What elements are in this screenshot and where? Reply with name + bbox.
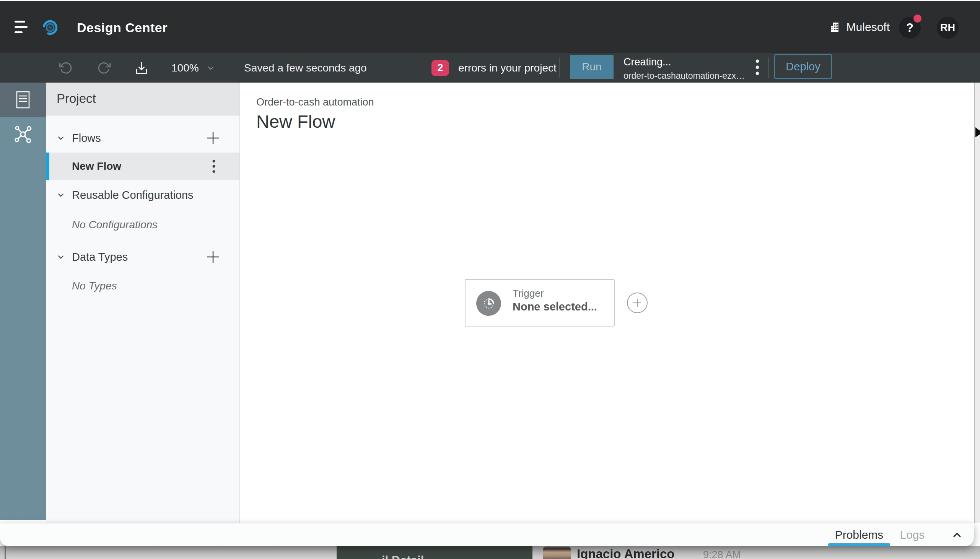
flow-title: New Flow (256, 111, 335, 132)
flow-item-new-flow[interactable]: New Flow (46, 152, 240, 180)
design-center-logo-icon[interactable] (41, 19, 59, 36)
toolbar-divider (559, 57, 560, 78)
redo-button[interactable] (96, 60, 112, 76)
tool-rail (0, 83, 46, 520)
section-data-types[interactable]: Data Types (46, 243, 240, 271)
trigger-value: None selected... (513, 301, 597, 313)
mouse-cursor (975, 127, 980, 137)
background-chat-avatar (543, 546, 571, 559)
add-flow-button[interactable] (205, 130, 221, 146)
selected-indicator (46, 152, 49, 180)
flow-item-menu-button[interactable] (208, 157, 220, 175)
error-count-badge: 2 (432, 60, 449, 76)
project-panel-title: Project (46, 83, 240, 116)
expand-panel-button[interactable] (948, 526, 966, 543)
more-options-button[interactable] (750, 56, 764, 78)
design-center-app: il Detail Ignacio Americo 9:28 AM Design… (0, 0, 980, 559)
chevron-down-icon[interactable] (56, 133, 66, 143)
clock-trigger-icon (476, 291, 501, 316)
section-flows[interactable]: Flows (46, 124, 240, 152)
page-title: Design Center (77, 20, 167, 35)
chevron-down-icon[interactable] (56, 190, 66, 200)
section-label: Flows (72, 132, 101, 144)
rail-item-flow-designer[interactable] (0, 117, 46, 151)
tab-problems[interactable]: Problems (828, 523, 890, 546)
trigger-label: Trigger (513, 288, 543, 299)
background-dark-window: il Detail (337, 546, 533, 559)
rail-item-specification[interactable] (0, 83, 46, 117)
zoom-level: 100% (171, 62, 199, 74)
background-chat-name: Ignacio Americo (577, 547, 675, 559)
flow-toolbar: 100% Saved a few seconds ago 2 errors in… (0, 53, 980, 83)
deploy-status: Creating... order-to-cashautomation-ezxg… (624, 56, 750, 81)
hamburger-menu-button[interactable] (14, 19, 32, 36)
undo-button[interactable] (58, 60, 73, 76)
background-desktop: il Detail Ignacio Americo 9:28 AM (0, 546, 980, 559)
deploy-button[interactable]: Deploy (774, 54, 832, 79)
org-name: Mulesoft (846, 21, 890, 34)
zoom-control[interactable]: 100% (171, 53, 216, 83)
chevron-down-icon (206, 63, 216, 73)
building-icon (829, 21, 841, 33)
background-window-label: il Detail (382, 554, 424, 559)
chevron-down-icon[interactable] (56, 252, 66, 262)
window-top-edge (0, 0, 980, 1)
run-button[interactable]: Run (570, 55, 614, 79)
toolbar-divider (768, 57, 769, 78)
error-label: errors in your project (458, 62, 556, 74)
app-header: Design Center Mulesoft ? RH (0, 1, 980, 53)
export-download-button[interactable] (134, 60, 149, 76)
error-indicator[interactable]: 2 errors in your project (432, 53, 556, 83)
user-avatar[interactable]: RH (937, 17, 958, 39)
breadcrumb[interactable]: Order-to-cash automation (256, 96, 374, 108)
flow-item-label: New Flow (72, 160, 121, 172)
flow-network-icon (13, 124, 33, 144)
add-data-type-button[interactable] (205, 249, 221, 265)
notification-dot (914, 15, 922, 23)
deploy-status-subtitle: order-to-cashautomation-ezxg... (624, 71, 746, 81)
save-status: Saved a few seconds ago (244, 53, 367, 83)
document-icon (14, 90, 32, 109)
empty-types-note: No Types (72, 280, 117, 292)
flow-canvas: Order-to-cash automation New Flow Trigge… (241, 83, 980, 523)
section-label: Data Types (72, 251, 128, 263)
background-window-edge (5, 546, 6, 559)
empty-configurations-note: No Configurations (72, 219, 157, 231)
org-switcher[interactable]: Mulesoft (829, 1, 890, 53)
project-explorer: Project Flows New Flow (46, 83, 240, 523)
deploy-status-title: Creating... (624, 56, 750, 68)
section-reusable-configurations[interactable]: Reusable Configurations (46, 181, 240, 209)
add-step-button[interactable] (627, 293, 647, 313)
background-chat-time: 9:28 AM (703, 549, 741, 559)
status-bar: Problems Logs (0, 523, 974, 546)
section-label: Reusable Configurations (72, 189, 194, 202)
tab-logs[interactable]: Logs (895, 523, 930, 546)
active-tab-indicator (828, 543, 890, 546)
trigger-card[interactable]: Trigger None selected... (465, 279, 615, 326)
